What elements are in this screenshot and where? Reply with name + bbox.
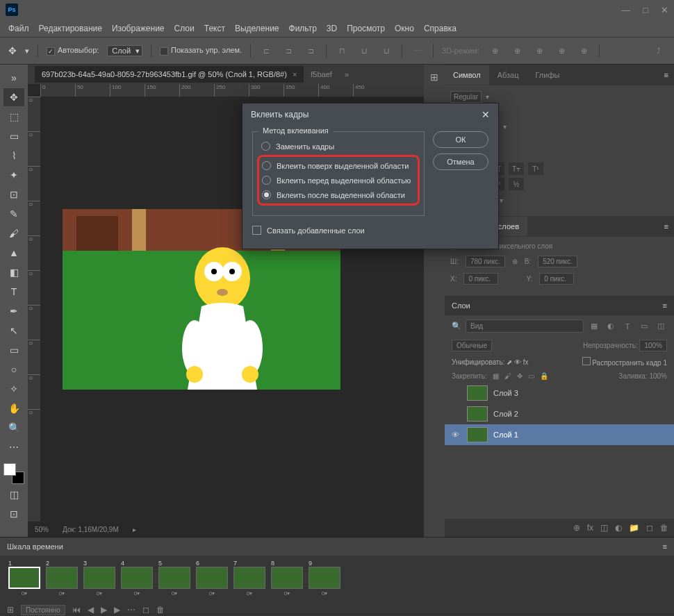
hand-tool[interactable]: ✋ — [3, 399, 24, 417]
timeline-frame[interactable]: 10▾ — [7, 560, 42, 597]
align-middle-icon[interactable]: ⊔ — [357, 44, 371, 58]
menu-window[interactable]: Окно — [395, 24, 414, 33]
clone-stamp-tool[interactable]: ▲ — [3, 244, 24, 262]
new-layer-icon[interactable]: ◻ — [646, 523, 653, 533]
tab-overflow-icon[interactable]: » — [339, 70, 354, 78]
doc-info[interactable]: Док: 1,16M/20,9M — [63, 526, 119, 533]
share-icon[interactable]: ⤴ — [652, 44, 666, 58]
timeline-frame[interactable]: 40▾ — [120, 560, 154, 597]
3d-scale-icon[interactable]: ⊕ — [577, 44, 591, 58]
filter-adjust-icon[interactable]: ◐ — [605, 321, 617, 332]
path-select-tool[interactable]: ↖ — [3, 322, 24, 340]
autoselect-checkbox[interactable] — [47, 47, 55, 56]
unify-style-icon[interactable]: fx — [523, 358, 529, 366]
edit-toolbar-icon[interactable]: ⋯ — [3, 438, 24, 456]
timeline-frame[interactable]: 60▾ — [195, 560, 229, 597]
convert-timeline-icon[interactable]: ⊞ — [7, 605, 14, 615]
first-frame-icon[interactable]: ⏮ — [72, 605, 81, 615]
layer-row[interactable]: Слой 2 — [445, 403, 674, 424]
lock-pixels-icon[interactable]: 🖌 — [504, 372, 511, 380]
smallcaps-button[interactable]: Tᴛ — [509, 163, 524, 175]
unify-position-icon[interactable]: ⬈ — [507, 358, 512, 366]
adjustment-layer-icon[interactable]: ◐ — [615, 523, 622, 533]
blend-mode-dropdown[interactable]: Обычные — [452, 340, 492, 351]
frame-delay[interactable]: 0▾ — [134, 590, 140, 597]
frame-delay[interactable]: 0▾ — [284, 590, 290, 597]
foreground-color[interactable] — [3, 463, 16, 476]
move-tool[interactable]: ✥ — [3, 88, 24, 106]
timeline-frame[interactable]: 50▾ — [157, 560, 192, 597]
brush-tool[interactable]: 🖌 — [3, 224, 24, 242]
link-wh-icon[interactable]: ⊕ — [512, 258, 518, 265]
artboard-tool[interactable]: ▭ — [3, 127, 24, 145]
align-top-icon[interactable]: ⊓ — [335, 44, 349, 58]
transform-controls-checkbox[interactable] — [160, 47, 168, 56]
menu-view[interactable]: Просмотр — [347, 24, 385, 33]
frame-delay[interactable]: 0▾ — [59, 590, 65, 597]
timeline-frame[interactable]: 90▾ — [307, 560, 342, 597]
align-left-icon[interactable]: ⊏ — [259, 44, 273, 58]
3d-slide-icon[interactable]: ⊕ — [554, 44, 568, 58]
timeline-frame[interactable]: 80▾ — [270, 560, 304, 597]
panel-menu-icon[interactable]: ≡ — [663, 301, 667, 310]
frame-delay[interactable]: 0▾ — [247, 590, 252, 597]
ellipse-tool[interactable]: ○ — [3, 360, 24, 378]
unify-visibility-icon[interactable]: 👁 — [514, 358, 521, 366]
tab-layers[interactable]: Слои — [452, 301, 470, 310]
tab-glyphs[interactable]: Глифы — [527, 65, 568, 85]
screen-mode-icon[interactable]: ⊡ — [3, 505, 24, 523]
align-right-icon[interactable]: ⊐ — [304, 44, 318, 58]
duplicate-frame-icon[interactable]: ◻ — [142, 605, 149, 615]
3d-pan-icon[interactable]: ⊕ — [510, 44, 524, 58]
width-field[interactable]: 780 пикс. — [466, 256, 505, 267]
quick-mask-icon[interactable]: ◫ — [3, 485, 24, 503]
close-button[interactable]: ✕ — [661, 5, 668, 15]
link-layers-icon[interactable]: ⊕ — [573, 523, 580, 533]
3d-orbit-icon[interactable]: ⊕ — [488, 44, 502, 58]
custom-shape-tool[interactable]: ✧ — [3, 380, 24, 398]
panel-menu-icon[interactable]: ≡ — [663, 542, 667, 551]
crop-tool[interactable]: ⊡ — [3, 185, 24, 203]
eyedropper-tool[interactable]: ✎ — [3, 205, 24, 223]
panel-menu-icon[interactable]: ≡ — [659, 71, 674, 79]
panel-icon-1[interactable]: ⊞ — [430, 72, 438, 83]
timeline-frame[interactable]: 20▾ — [44, 560, 79, 597]
cancel-button[interactable]: Отмена — [433, 153, 488, 170]
menu-3d[interactable]: 3D — [327, 24, 337, 33]
visibility-toggle[interactable]: 👁 — [452, 431, 461, 439]
marquee-tool[interactable]: ⬚ — [3, 108, 24, 126]
font-style-field[interactable]: Regular — [450, 91, 482, 103]
zoom-tool[interactable]: 🔍 — [3, 419, 24, 437]
dialog-titlebar[interactable]: Вклеить кадры ✕ — [243, 103, 498, 126]
status-arrow-icon[interactable]: ▸ — [133, 526, 136, 533]
filter-type-icon[interactable]: T — [621, 321, 634, 332]
menu-type[interactable]: Текст — [204, 24, 225, 33]
lock-position-icon[interactable]: ✥ — [517, 372, 523, 380]
menu-file[interactable]: Файл — [8, 24, 29, 33]
layer-name[interactable]: Слой 2 — [493, 410, 518, 418]
layer-filter-dropdown[interactable]: Вид — [466, 319, 584, 333]
close-tab-icon[interactable]: × — [293, 70, 297, 78]
prev-frame-icon[interactable]: ◀ — [88, 605, 94, 615]
layer-name[interactable]: Слой 3 — [493, 389, 518, 397]
x-field[interactable]: 0 пикс. — [463, 273, 498, 285]
propagate-checkbox[interactable] — [582, 357, 591, 365]
minimize-button[interactable]: — — [621, 5, 630, 15]
type-tool[interactable]: T — [3, 283, 24, 301]
tool-preset-dropdown[interactable]: ▾ — [25, 47, 29, 56]
menu-image[interactable]: Изображение — [112, 24, 165, 33]
distribute-icon[interactable]: ⋯ — [411, 44, 425, 58]
menu-help[interactable]: Справка — [424, 24, 457, 33]
fractions-button[interactable]: ½ — [509, 178, 524, 190]
height-field[interactable]: 520 пикс. — [538, 256, 577, 267]
play-icon[interactable]: ▶ — [101, 605, 107, 615]
radio-paste-before[interactable]: Вклеить перед выделенной областью — [262, 173, 415, 188]
align-center-h-icon[interactable]: ⊐ — [281, 44, 295, 58]
menu-edit[interactable]: Редактирование — [39, 24, 102, 33]
align-bottom-icon[interactable]: ⊔ — [379, 44, 393, 58]
timeline-frame[interactable]: 30▾ — [82, 560, 117, 597]
filter-shape-icon[interactable]: ▭ — [638, 321, 650, 332]
document-tab-2[interactable]: f5baef — [304, 66, 339, 83]
document-tab-active[interactable]: 697b023b-64a5-49a0-8059-27b963453fb1.gif… — [35, 66, 304, 83]
group-icon[interactable]: 📁 — [629, 523, 639, 533]
